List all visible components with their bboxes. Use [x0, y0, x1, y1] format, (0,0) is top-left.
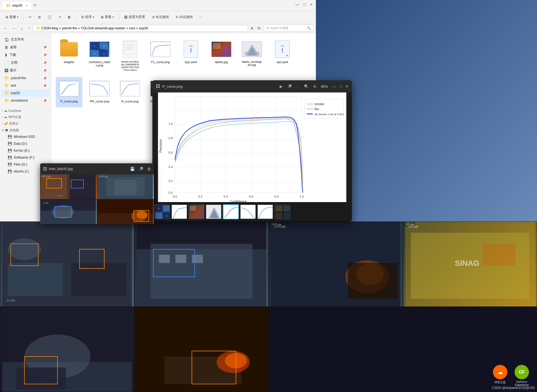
- strip-thumb-mountain[interactable]: [206, 204, 222, 219]
- viewer-zoom-out-icon[interactable]: 🔍: [303, 83, 310, 90]
- refresh-button[interactable]: ↻: [256, 25, 262, 31]
- svg-text:Confidence: Confidence: [230, 200, 247, 202]
- strip-thumb-pcurve-active[interactable]: [223, 204, 239, 219]
- viewer-zoom-in-icon[interactable]: 🔎: [286, 83, 293, 90]
- view-button[interactable]: ⊞ 查看 ▾: [98, 13, 117, 21]
- sort-button[interactable]: ⇅ 排序 ▾: [78, 13, 97, 21]
- taskbar-icon-geforce[interactable]: GF GeForce Experience: [512, 365, 531, 386]
- file-name-prcurve: PR_curve.png: [90, 100, 109, 103]
- dropdown-button[interactable]: ▾: [250, 25, 254, 31]
- svg-rect-92: [241, 205, 256, 219]
- photo-zoom-icon[interactable]: 🔎: [139, 167, 143, 171]
- viewer-close-button[interactable]: ✕: [345, 84, 349, 89]
- new-button[interactable]: ⊕ 新建 ▾: [3, 13, 21, 21]
- viewer-maximize-button[interactable]: □: [340, 84, 342, 89]
- lower-img-smoke-trucks: 粉丝圈: [0, 221, 134, 307]
- pin-icon-annotations: 📌: [43, 99, 47, 102]
- sidebar-item-test[interactable]: 📁 test 📌: [1, 82, 50, 89]
- photo-delete-icon[interactable]: 🗑: [147, 167, 151, 171]
- lower-img-label-105: 105.jpg: [405, 223, 415, 226]
- viewer-more-icon[interactable]: ···: [295, 83, 301, 90]
- minimize-button[interactable]: —: [295, 2, 299, 7]
- strip-thumb-graph2[interactable]: [240, 204, 256, 219]
- paste-button[interactable]: 📋: [45, 14, 54, 20]
- strip-thumb-confusion[interactable]: 1 1: [154, 204, 170, 219]
- explorer-tab[interactable]: 📁 exp26 ×: [2, 2, 31, 9]
- thumb-img-labels: [211, 42, 231, 57]
- sidebar-item-windows-ssd[interactable]: 💾 Windows-SSD: [1, 133, 50, 140]
- sidebar-section-wps[interactable]: › ☁ WPS云盘: [0, 113, 51, 120]
- recent-button[interactable]: ⌄: [19, 25, 25, 31]
- new-chevron-icon: ▾: [17, 16, 19, 19]
- svg-text:粉丝圈: 粉丝圈: [43, 202, 48, 204]
- viewer-zoom-in-btn[interactable]: ⊕: [312, 83, 318, 90]
- photo-save-icon[interactable]: 💾: [130, 167, 135, 171]
- viewer-slideshow-icon[interactable]: ▶: [278, 83, 284, 90]
- svg-text:0.2: 0.2: [168, 179, 173, 183]
- close-button[interactable]: ×: [310, 2, 313, 7]
- file-item-prcurve[interactable]: PR_curve.png: [86, 77, 113, 107]
- search-icon[interactable]: 🔍: [307, 26, 311, 30]
- svg-text:0: 0: [103, 45, 105, 47]
- rotate-left-button[interactable]: ↺ 向左旋转: [149, 13, 172, 21]
- sidebar-item-documents[interactable]: 📄 文档 📌: [1, 59, 50, 66]
- copy-icon: ⧉: [38, 15, 41, 19]
- file-item-f1curve[interactable]: F1_curve.png: [147, 38, 174, 73]
- more-button[interactable]: ···: [197, 14, 205, 20]
- back-button[interactable]: ←: [2, 25, 9, 31]
- sidebar-yolov8fire-label: yolov8-fire: [11, 76, 26, 80]
- sidebar-item-exp26[interactable]: 📁 exp26: [1, 89, 50, 97]
- svg-rect-107: [114, 180, 136, 195]
- file-item-hypyaml[interactable]: hyp hyp.yaml: [178, 38, 204, 73]
- sidebar-item-keyan-e[interactable]: 💾 KeYan (E:): [1, 147, 50, 154]
- sidebar-item-softwares-f[interactable]: 💾 Softwares (F:): [1, 154, 50, 161]
- share-button[interactable]: ↗: [55, 14, 64, 20]
- svg-text:1: 1: [94, 45, 95, 47]
- cut-button[interactable]: ✂: [26, 14, 34, 20]
- file-item-confusion[interactable]: 1 0 0 1 confusion_matri x.png: [86, 38, 113, 73]
- file-item-rcurve[interactable]: R_curve.png: [117, 77, 143, 107]
- sidebar-item-data-d[interactable]: 💾 Data (D:): [1, 140, 50, 147]
- search-box[interactable]: 在 exp26 中搜索 🔍: [264, 25, 314, 32]
- copy-button[interactable]: ⧉: [35, 14, 44, 20]
- sidebar-section-thispc[interactable]: ▾ 💻 此电脑: [0, 127, 51, 133]
- rotate-right-button[interactable]: ↻ 向右旋转: [173, 13, 196, 21]
- svg-text:1: 1: [166, 214, 167, 217]
- up-button[interactable]: ↑: [27, 25, 31, 31]
- delete-button[interactable]: 🗑: [65, 14, 74, 20]
- tab-close-button[interactable]: ×: [25, 4, 27, 7]
- chevron-wps-icon: ›: [2, 115, 3, 118]
- file-item-labels[interactable]: labels.jpg: [208, 38, 235, 73]
- sidebar-item-downloads[interactable]: ⬇ 下载 📌: [1, 51, 50, 59]
- file-item-events[interactable]: events.out.tfeve nts.1686468878 .DESKTOP…: [117, 38, 143, 73]
- forward-button[interactable]: →: [11, 25, 17, 31]
- viewer-minimize-button[interactable]: —: [333, 84, 336, 89]
- share-icon: ↗: [58, 15, 61, 19]
- sidebar-item-yolov8fire[interactable]: 📁 yolov8-fire 📌: [1, 74, 50, 82]
- file-name-labelscorr: labels_correlogr am.jpg: [240, 60, 264, 66]
- sidebar-item-annotations[interactable]: 📁 annotations 📌: [1, 97, 50, 104]
- file-item-labelscorr[interactable]: labels_correlogr am.jpg: [239, 38, 265, 73]
- strip-thumb-heatmap[interactable]: [188, 204, 204, 219]
- sidebar-item-home[interactable]: 🏠 主文件夹: [1, 36, 50, 43]
- svg-point-116: [137, 211, 148, 219]
- strip-thumb-graph1[interactable]: [171, 204, 187, 219]
- maximize-button[interactable]: □: [303, 2, 306, 7]
- new-tab-button[interactable]: +: [34, 2, 37, 8]
- file-name-confusion: confusion_matri x.png: [88, 60, 111, 67]
- sidebar-item-pictures[interactable]: 🖼 图片 📌: [1, 67, 50, 74]
- sidebar-section-onedrive[interactable]: › ☁ OneDrive: [0, 107, 51, 113]
- geforce-icon: GF: [515, 365, 529, 379]
- thumb-img-prcurve: [90, 81, 109, 96]
- sidebar-section-jianguo[interactable]: › 🥜 坚果云: [0, 120, 51, 127]
- svg-rect-127: [150, 244, 252, 299]
- file-item-pcurve[interactable]: P_curve.png: [56, 77, 82, 107]
- strip-thumb-graph3[interactable]: [257, 204, 273, 219]
- taskbar-icon-aliyun[interactable]: ☁ 阿里云盘: [490, 365, 510, 386]
- sidebar-item-desktop[interactable]: 🖥 桌面 📌: [1, 43, 50, 51]
- file-item-optyaml[interactable]: opt ✕ opt.yaml: [269, 38, 296, 73]
- file-item-weights[interactable]: weights: [56, 38, 82, 73]
- strip-thumb-dark[interactable]: [274, 204, 290, 219]
- set-background-button[interactable]: 🖼 设置为背景: [121, 13, 148, 21]
- address-path[interactable]: 📁 CSDN-blog » yolov8-fire » YOLOv8-strea…: [33, 25, 248, 32]
